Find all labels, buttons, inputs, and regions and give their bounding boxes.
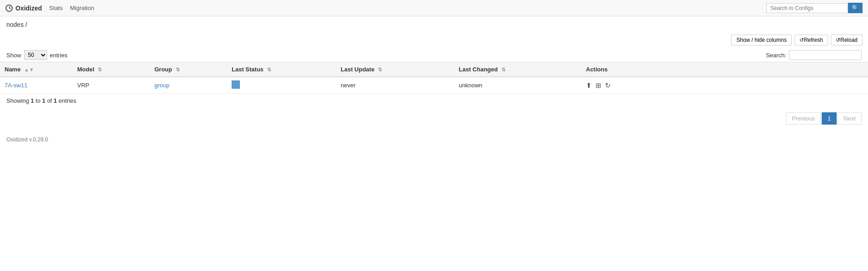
col-last-changed[interactable]: Last Changed ⇅: [454, 62, 581, 77]
cell-last-changed: unknown: [454, 77, 581, 94]
status-indicator: [232, 80, 240, 89]
col-changed-label: Last Changed: [459, 66, 498, 73]
nav-migration[interactable]: Migration: [70, 5, 94, 11]
search-control: Search:: [766, 50, 862, 60]
showing-of: of: [45, 97, 54, 104]
node-name-link[interactable]: 7A-sw11: [5, 82, 28, 89]
refresh-icon[interactable]: ↻: [605, 81, 611, 90]
breadcrumb: nodes /: [0, 16, 868, 33]
col-group-label: Group: [154, 66, 172, 73]
pagination: Previous 1 Next: [0, 108, 868, 129]
show-hide-columns-button[interactable]: Show / hide columns: [731, 35, 792, 45]
cell-actions: ⬆⊞↻: [581, 77, 868, 94]
entries-label: entries: [50, 52, 68, 59]
col-model[interactable]: Model ⇅: [73, 62, 150, 77]
search-label: Search:: [766, 52, 786, 59]
cell-last-update: never: [336, 77, 454, 94]
footer: Oxidized v.0.28.0: [0, 129, 868, 150]
upload-icon[interactable]: ⬆: [586, 81, 592, 90]
group-link[interactable]: group: [154, 82, 169, 89]
clock-icon: [5, 5, 13, 12]
col-actions: Actions: [581, 62, 868, 77]
cell-group: group: [150, 77, 227, 94]
layers-icon[interactable]: ⊞: [595, 81, 601, 90]
refresh-button[interactable]: ↺Refresh: [794, 35, 828, 45]
next-button[interactable]: Next: [838, 112, 862, 125]
cell-model: VRP: [73, 77, 150, 94]
model-sort-icon: ⇅: [98, 67, 102, 72]
version-text: Oxidized v.0.28.0: [6, 136, 48, 143]
col-update-label: Last Update: [341, 66, 374, 73]
entries-control: Show 10 25 50 100 entries: [6, 50, 68, 60]
navbar: Oxidized Stats Migration 🔍: [0, 0, 868, 16]
table-search-input[interactable]: [789, 50, 862, 60]
col-model-label: Model: [77, 66, 94, 73]
entries-select[interactable]: 10 25 50 100: [24, 50, 47, 60]
col-actions-label: Actions: [586, 66, 608, 73]
cell-last-status: [227, 77, 336, 94]
page-1-button[interactable]: 1: [822, 112, 837, 125]
controls-row: Show 10 25 50 100 entries Search:: [0, 47, 868, 62]
cell-name: 7A-sw11: [0, 77, 73, 94]
show-label: Show: [6, 52, 21, 59]
update-sort-icon: ⇅: [378, 67, 382, 72]
search-area: 🔍: [766, 3, 863, 13]
name-sort-icon: ▲▼: [24, 67, 34, 72]
reload-button[interactable]: ↺Reload: [831, 35, 863, 45]
action-icons-group: ⬆⊞↻: [586, 81, 863, 90]
brand: Oxidized: [5, 5, 42, 12]
table-body: 7A-sw11VRPgroupneverunknown⬆⊞↻: [0, 77, 868, 94]
table-header: Name ▲▼ Model ⇅ Group ⇅ Last Status ⇅ La…: [0, 62, 868, 77]
showing-prefix: Showing: [6, 97, 30, 104]
col-name-label: Name: [5, 66, 20, 73]
col-status-label: Last Status: [232, 66, 263, 73]
table-row: 7A-sw11VRPgroupneverunknown⬆⊞↻: [0, 77, 868, 94]
col-group[interactable]: Group ⇅: [150, 62, 227, 77]
changed-sort-icon: ⇅: [501, 67, 506, 72]
showing-suffix: entries: [57, 97, 76, 104]
previous-button[interactable]: Previous: [786, 112, 821, 125]
showing-entries: Showing 1 to 1 of 1 entries: [0, 94, 868, 108]
config-search-input[interactable]: [766, 3, 848, 13]
status-sort-icon: ⇅: [267, 67, 271, 72]
nodes-table: Name ▲▼ Model ⇅ Group ⇅ Last Status ⇅ La…: [0, 62, 868, 94]
col-name[interactable]: Name ▲▼: [0, 62, 73, 77]
brand-name: Oxidized: [15, 5, 42, 12]
config-search-button[interactable]: 🔍: [848, 3, 863, 13]
col-last-update[interactable]: Last Update ⇅: [336, 62, 454, 77]
showing-start: 1: [30, 97, 34, 104]
nav-stats[interactable]: Stats: [49, 5, 63, 11]
toolbar: Show / hide columns ↺Refresh ↺Reload: [0, 33, 868, 47]
col-last-status[interactable]: Last Status ⇅: [227, 62, 336, 77]
group-sort-icon: ⇅: [176, 67, 180, 72]
showing-end: 1: [42, 97, 45, 104]
showing-to: to: [34, 97, 42, 104]
